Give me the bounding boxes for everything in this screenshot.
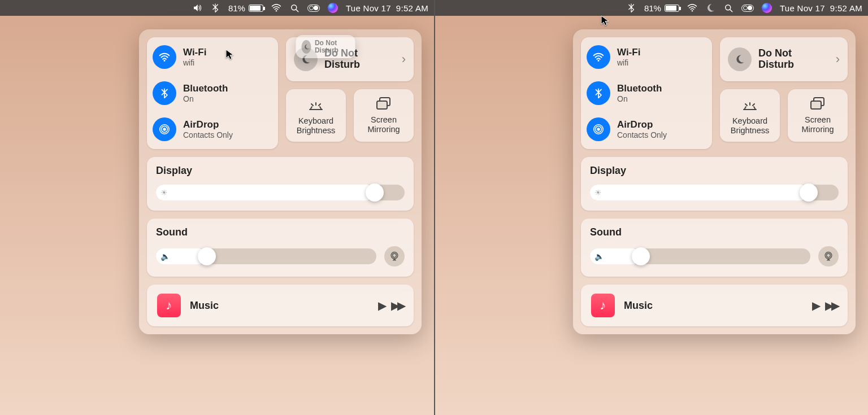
menubar-time: 9:52 AM — [830, 3, 862, 13]
speaker-icon: 🔈 — [160, 252, 170, 261]
keyboard-brightness-label: Keyboard Brightness — [289, 116, 342, 135]
wifi-icon — [271, 3, 281, 13]
svg-point-9 — [393, 254, 397, 257]
wifi-menuextra[interactable] — [687, 3, 697, 13]
control-center-icon — [307, 5, 320, 12]
display-brightness-slider[interactable]: ☀ — [156, 185, 405, 200]
sound-title: Sound — [590, 226, 839, 238]
battery-icon — [249, 5, 263, 12]
speaker-icon — [192, 3, 202, 13]
siri-icon — [328, 3, 338, 13]
bluetooth-toggle[interactable]: BluetoothOn — [587, 81, 706, 105]
play-button[interactable]: ▶ — [812, 299, 821, 312]
wifi-icon — [587, 45, 610, 69]
svg-point-1 — [292, 5, 297, 10]
clock-menuextra[interactable]: Tue Nov 17 9:52 AM — [780, 3, 862, 13]
svg-rect-17 — [811, 101, 821, 109]
moon-icon — [728, 47, 752, 71]
dnd-drag-chip[interactable]: Do Not Disturb — [296, 35, 355, 58]
bluetooth-menuextra[interactable] — [210, 3, 220, 13]
menubar-date: Tue Nov 17 — [780, 3, 825, 13]
connectivity-tile: Wi-Fiwifi BluetoothOn AirDropContacts On… — [147, 37, 278, 149]
svg-point-19 — [827, 254, 831, 257]
airdrop-title: AirDrop — [617, 119, 667, 130]
wifi-title: Wi-Fi — [617, 47, 640, 58]
screen-mirroring-tile[interactable]: Screen Mirroring — [788, 89, 848, 142]
control-center-icon — [741, 5, 754, 12]
now-playing-label: Music — [190, 300, 369, 312]
airdrop-subtitle: Contacts Only — [183, 130, 233, 139]
chevron-right-icon[interactable]: › — [836, 52, 840, 67]
svg-point-0 — [276, 10, 277, 11]
keyboard-brightness-tile[interactable]: Keyboard Brightness — [286, 89, 346, 142]
dnd-tile[interactable]: Do Not Disturb › — [720, 37, 848, 81]
airdrop-subtitle: Contacts Only — [617, 130, 667, 139]
bluetooth-icon — [587, 81, 610, 105]
volume-menuextra[interactable] — [192, 3, 202, 13]
wifi-toggle[interactable]: Wi-Fiwifi — [587, 45, 706, 69]
speaker-icon: 🔈 — [594, 252, 604, 261]
sun-icon: ☀ — [594, 188, 602, 197]
menubar-time: 9:52 AM — [396, 3, 428, 13]
battery-menuextra[interactable]: 81% — [644, 3, 679, 13]
display-tile: Display ☀ — [147, 157, 414, 211]
bluetooth-icon — [626, 3, 636, 13]
bluetooth-subtitle: On — [183, 94, 228, 103]
bluetooth-menuextra[interactable] — [626, 3, 636, 13]
keyboard-brightness-icon — [741, 97, 758, 112]
chevron-right-icon[interactable]: › — [402, 52, 406, 67]
wifi-menuextra[interactable] — [271, 3, 281, 13]
connectivity-tile: Wi-Fiwifi BluetoothOn AirDropContacts On… — [581, 37, 712, 149]
airdrop-icon — [153, 117, 176, 141]
wifi-title: Wi-Fi — [183, 47, 206, 58]
battery-menuextra[interactable]: 81% — [228, 3, 263, 13]
control-center-menuextra[interactable] — [307, 5, 320, 12]
play-button[interactable]: ▶ — [378, 299, 387, 312]
pane-right: 81% Tue Nov 17 9:52 AM Wi-Fiwifi — [434, 0, 868, 415]
screen-mirroring-icon — [810, 97, 826, 111]
now-playing-tile[interactable]: ♪ Music ▶ ▶▶ — [147, 285, 414, 326]
keyboard-brightness-icon — [307, 97, 324, 112]
sound-tile: Sound 🔈 — [147, 219, 414, 277]
airplay-audio-button[interactable] — [818, 246, 839, 267]
airplay-icon — [823, 251, 834, 262]
now-playing-label: Music — [624, 300, 803, 312]
airplay-audio-button[interactable] — [384, 246, 405, 267]
music-app-icon: ♪ — [591, 294, 615, 317]
keyboard-brightness-tile[interactable]: Keyboard Brightness — [720, 89, 780, 142]
control-center-panel: Wi-Fiwifi BluetoothOn AirDropContacts On… — [139, 29, 422, 334]
spotlight-menuextra[interactable] — [723, 3, 734, 13]
wifi-toggle[interactable]: Wi-Fiwifi — [153, 45, 272, 69]
airdrop-toggle[interactable]: AirDropContacts Only — [153, 117, 272, 141]
svg-point-11 — [726, 5, 731, 10]
siri-menuextra[interactable] — [328, 3, 338, 13]
clock-menuextra[interactable]: Tue Nov 17 9:52 AM — [346, 3, 428, 13]
airdrop-title: AirDrop — [183, 119, 233, 130]
airdrop-toggle[interactable]: AirDropContacts Only — [587, 117, 706, 141]
next-track-button[interactable]: ▶▶ — [391, 299, 403, 312]
spotlight-menuextra[interactable] — [289, 3, 300, 13]
sound-tile: Sound 🔈 — [581, 219, 848, 277]
screen-mirroring-tile[interactable]: Screen Mirroring — [354, 89, 414, 142]
control-center-menuextra[interactable] — [741, 5, 754, 12]
display-tile: Display ☀ — [581, 157, 848, 211]
screen-mirroring-label: Screen Mirroring — [357, 115, 410, 134]
bluetooth-icon — [210, 3, 220, 13]
cursor-icon — [600, 15, 611, 26]
siri-menuextra[interactable] — [762, 3, 772, 13]
now-playing-tile[interactable]: ♪ Music ▶ ▶▶ — [581, 285, 848, 326]
next-track-button[interactable]: ▶▶ — [825, 299, 837, 312]
sound-volume-slider[interactable]: 🔈 — [590, 248, 810, 264]
battery-percent-label: 81% — [644, 3, 661, 13]
bluetooth-subtitle: On — [617, 94, 662, 103]
svg-point-12 — [598, 60, 600, 62]
display-brightness-slider[interactable]: ☀ — [590, 185, 839, 200]
menubar: 81% Tue Nov 17 9:52 AM — [435, 0, 868, 16]
dnd-menuextra[interactable] — [705, 3, 715, 13]
wifi-icon — [687, 3, 697, 13]
bluetooth-icon — [153, 81, 176, 105]
screen-mirroring-icon — [376, 97, 392, 111]
bluetooth-toggle[interactable]: BluetoothOn — [153, 81, 272, 105]
sound-volume-slider[interactable]: 🔈 — [156, 248, 376, 264]
dnd-chip-label: Do Not Disturb — [315, 40, 350, 54]
